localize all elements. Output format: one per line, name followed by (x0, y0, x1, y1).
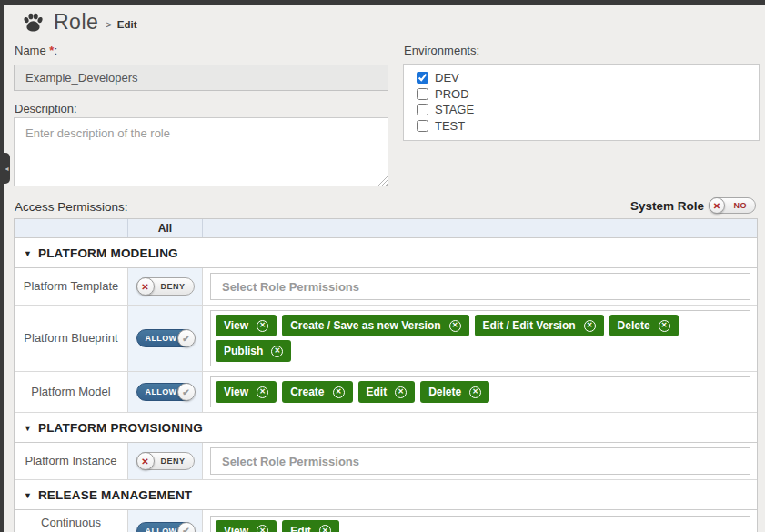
deny-toggle[interactable]: ✕DENY (136, 452, 195, 470)
toggle-state-label: ALLOW (146, 387, 177, 396)
allow-toggle[interactable]: ALLOW✔ (136, 329, 195, 347)
toggle-state-label: DENY (160, 282, 185, 291)
permission-row: Platform Template✕DENYSelect Role Permis… (15, 268, 757, 306)
remove-tag-icon[interactable]: ✕ (584, 320, 596, 332)
allow-toggle[interactable]: ALLOW✔ (136, 522, 195, 532)
environment-option-label: PROD (435, 87, 469, 101)
remove-tag-icon[interactable]: ✕ (257, 386, 268, 398)
permission-tag[interactable]: Create / Save as new Version✕ (282, 315, 468, 336)
allow-toggle[interactable]: ALLOW✔ (136, 383, 195, 401)
permissions-placeholder: Select Role Permissions (215, 455, 359, 468)
remove-tag-icon[interactable]: ✕ (271, 346, 283, 357)
remove-tag-icon[interactable]: ✕ (659, 320, 670, 332)
permission-tag[interactable]: Edit✕ (358, 381, 416, 403)
column-header-permissions (203, 219, 757, 237)
permission-row-name: Platform Instance (15, 443, 128, 479)
permission-row-name: Platform Template (15, 268, 128, 305)
remove-tag-icon[interactable]: ✕ (319, 525, 331, 532)
permissions-select-box[interactable]: View✕Edit✕ (210, 516, 750, 532)
access-permissions-label: Access Permissions: (15, 200, 128, 214)
environment-checkbox-dev[interactable] (417, 72, 428, 84)
environment-option: DEV (417, 70, 746, 86)
section-title: RELEASE MANAGEMENT (38, 488, 192, 502)
permission-tag[interactable]: Edit / Edit Version✕ (475, 315, 604, 336)
permission-row-name: Platform Model (15, 372, 128, 412)
check-circle-icon: ✔ (177, 383, 196, 401)
permission-tag[interactable]: Edit✕ (282, 520, 339, 532)
permission-row-all-cell: ✕DENY (128, 443, 203, 479)
permission-tag[interactable]: View✕ (216, 381, 277, 403)
environment-option-label: STAGE (435, 103, 474, 116)
environment-option: PROD (417, 86, 746, 103)
page-title: Role (54, 10, 98, 35)
permission-row-all-cell: ALLOW✔ (128, 306, 203, 371)
deny-toggle[interactable]: ✕DENY (136, 277, 195, 296)
permission-tag[interactable]: View✕ (216, 315, 277, 336)
access-permissions-table: All ▼PLATFORM MODELINGPlatform Template✕… (14, 218, 758, 532)
system-role-control: System Role ✕ NO (630, 197, 756, 214)
permission-row-all-cell: ALLOW✔ (128, 510, 203, 532)
column-header-name (15, 219, 128, 237)
chevron-down-icon: ▼ (24, 491, 32, 500)
remove-tag-icon[interactable]: ✕ (257, 525, 268, 532)
description-textarea[interactable] (14, 117, 388, 186)
permission-tag-label: Create / Save as new Version (290, 319, 440, 332)
permission-row: Platform BlueprintALLOW✔View✕Create / Sa… (15, 306, 757, 372)
permission-row-perm-cell: View✕Create✕Edit✕Delete✕ (203, 372, 757, 412)
permissions-select-box[interactable]: Select Role Permissions (210, 447, 750, 475)
toggle-state-label: ALLOW (146, 334, 177, 343)
environments-box: DEVPRODSTAGETEST (403, 64, 760, 141)
permission-row: Platform Instance✕DENYSelect Role Permis… (15, 443, 757, 480)
paw-icon (23, 13, 44, 32)
remove-tag-icon[interactable]: ✕ (449, 320, 461, 332)
name-input[interactable] (14, 65, 388, 91)
system-role-state: NO (734, 201, 748, 210)
environment-option: TEST (417, 118, 746, 135)
column-header-all: All (128, 219, 203, 237)
check-circle-icon: ✔ (177, 522, 196, 532)
permission-tag[interactable]: View✕ (216, 520, 277, 532)
chevron-down-icon: ▼ (24, 424, 32, 433)
permission-row-all-cell: ALLOW✔ (128, 372, 203, 412)
permission-tag[interactable]: Create✕ (282, 381, 352, 403)
remove-tag-icon[interactable]: ✕ (395, 386, 407, 398)
system-role-toggle[interactable]: ✕ NO (709, 197, 756, 214)
section-header[interactable]: ▼PLATFORM PROVISIONING (15, 413, 757, 443)
permission-tag-label: View (224, 319, 248, 332)
permission-row-perm-cell: View✕Edit✕ (203, 510, 757, 532)
environment-checkbox-stage[interactable] (417, 104, 428, 115)
breadcrumb: Role > Edit (23, 10, 136, 35)
description-field-wrap (14, 117, 388, 186)
environment-checkbox-test[interactable] (417, 120, 428, 132)
x-circle-icon: ✕ (136, 452, 155, 470)
permission-tag-label: Edit / Edit Version (483, 319, 576, 332)
environment-option-label: DEV (435, 71, 459, 85)
breadcrumb-separator: > (106, 19, 111, 30)
window-top-edge (0, 0, 765, 5)
name-label: Name *: (15, 44, 57, 57)
table-header-row: All (15, 219, 757, 238)
permissions-select-box[interactable]: View✕Create✕Edit✕Delete✕ (210, 376, 750, 407)
remove-tag-icon[interactable]: ✕ (469, 386, 481, 398)
permission-tag[interactable]: Delete✕ (420, 381, 489, 403)
environment-option-label: TEST (435, 119, 465, 133)
permission-tag[interactable]: Publish✕ (216, 340, 291, 362)
permission-row: Continuous Delivery ProfileALLOW✔View✕Ed… (15, 510, 757, 532)
system-role-label: System Role (630, 199, 704, 213)
remove-tag-icon[interactable]: ✕ (257, 320, 268, 332)
permission-tag-label: View (224, 525, 248, 532)
section-header[interactable]: ▼PLATFORM MODELING (15, 238, 757, 268)
permission-tag-label: Edit (367, 386, 388, 398)
remove-tag-icon[interactable]: ✕ (333, 386, 345, 398)
check-circle-icon: ✔ (177, 329, 196, 347)
environment-checkbox-prod[interactable] (417, 88, 428, 100)
permissions-select-box[interactable]: View✕Create / Save as new Version✕Edit /… (210, 310, 750, 366)
toggle-state-label: DENY (160, 457, 185, 466)
sidebar-collapse-handle[interactable]: ◂ (4, 153, 10, 184)
permission-tag[interactable]: Delete✕ (609, 315, 679, 336)
sidebar-collapsed-edge (0, 0, 4, 532)
permissions-select-box[interactable]: Select Role Permissions (210, 273, 750, 300)
permission-row-perm-cell: Select Role Permissions (203, 268, 757, 305)
section-title: PLATFORM PROVISIONING (38, 421, 203, 435)
section-header[interactable]: ▼RELEASE MANAGEMENT (15, 480, 757, 510)
